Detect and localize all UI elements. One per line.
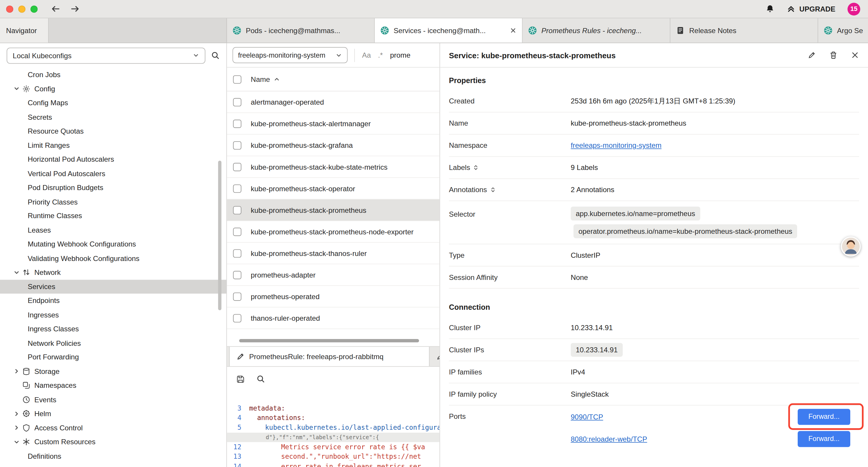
sidebar-item-secrets[interactable]: Secrets bbox=[0, 110, 226, 124]
notification-count-badge[interactable]: 15 bbox=[848, 2, 860, 15]
sidebar-item-ingresses[interactable]: Ingresses bbox=[0, 308, 226, 322]
unfold-icon[interactable] bbox=[473, 165, 479, 171]
forward-icon[interactable] bbox=[70, 4, 80, 14]
namespace-link[interactable]: freeleaps-monitoring-system bbox=[571, 141, 661, 150]
sidebar-item-custom-resources[interactable]: Custom Resources bbox=[0, 435, 226, 449]
sidebar-item-horizontal-pod-autoscalers[interactable]: Horizontal Pod Autoscalers bbox=[0, 152, 226, 167]
tab-close-icon[interactable] bbox=[510, 27, 517, 34]
sidebar-item-runtime-classes[interactable]: Runtime Classes bbox=[0, 209, 226, 223]
search-icon[interactable] bbox=[211, 51, 220, 60]
trash-icon[interactable] bbox=[829, 51, 838, 59]
sidebar-item-access-control[interactable]: Access Control bbox=[0, 421, 226, 435]
search-icon[interactable] bbox=[256, 375, 265, 383]
sidebar-item-services[interactable]: Services bbox=[0, 280, 226, 294]
tab-argo[interactable]: Argo Se bbox=[818, 18, 868, 42]
zoom-window-button[interactable] bbox=[30, 5, 37, 12]
table-row[interactable]: kube-prometheus-stack-prometheus-node-ex… bbox=[227, 221, 440, 243]
horizontal-scrollbar[interactable] bbox=[239, 339, 419, 342]
match-case-toggle[interactable]: Aa bbox=[362, 51, 371, 59]
select-all-checkbox[interactable] bbox=[233, 75, 241, 83]
kubeconfig-selector[interactable]: Local Kubeconfigs bbox=[6, 47, 205, 63]
notifications-bell-icon[interactable] bbox=[766, 4, 774, 13]
sidebar-item-limit-ranges[interactable]: Limit Ranges bbox=[0, 138, 226, 152]
table-row-selected[interactable]: kube-prometheus-stack-prometheus bbox=[227, 200, 440, 221]
sidebar-item-port-forwarding[interactable]: Port Forwarding bbox=[0, 350, 226, 364]
row-checkbox[interactable] bbox=[233, 98, 241, 106]
namespace-filter-select[interactable]: freeleaps-monitoring-system bbox=[232, 47, 348, 63]
editor-tab-prometheusrule[interactable]: PrometheusRule: freeleaps-prod-rabbitmq bbox=[229, 347, 430, 366]
table-row[interactable]: thanos-ruler-operated bbox=[227, 308, 440, 329]
table-row[interactable]: kube-prometheus-stack-thanos-ruler bbox=[227, 243, 440, 264]
edit-icon[interactable] bbox=[808, 51, 816, 59]
sidebar-item-cron-jobs[interactable]: Cron Jobs bbox=[0, 68, 226, 82]
row-checkbox[interactable] bbox=[233, 227, 241, 236]
sidebar-item-validating-webhook-configurations[interactable]: Validating Webhook Configurations bbox=[0, 251, 226, 265]
tab-pods[interactable]: Pods - icecheng@mathmas... bbox=[227, 18, 375, 42]
chevron-right-icon[interactable] bbox=[13, 410, 20, 417]
sidebar-item-network[interactable]: Network bbox=[0, 265, 226, 280]
row-checkbox[interactable] bbox=[233, 163, 241, 171]
sidebar-item-mutating-webhook-configurations[interactable]: Mutating Webhook Configurations bbox=[0, 237, 226, 251]
sidebar-scrollbar[interactable] bbox=[218, 161, 221, 310]
tab-release-notes[interactable]: Release Notes bbox=[670, 18, 818, 42]
sidebar-item-helm[interactable]: Helm bbox=[0, 407, 226, 421]
sidebar-item-ingress-classes[interactable]: Ingress Classes bbox=[0, 322, 226, 336]
row-checkbox[interactable] bbox=[233, 314, 241, 322]
sidebar-item-endpoints[interactable]: Endpoints bbox=[0, 293, 226, 308]
row-checkbox[interactable] bbox=[233, 249, 241, 257]
sidebar-item-namespaces[interactable]: Namespaces bbox=[0, 378, 226, 392]
detail-row-type: Type ClusterIP bbox=[449, 244, 859, 267]
chevron-down-icon bbox=[193, 52, 199, 59]
chevron-right-icon[interactable] bbox=[13, 425, 20, 431]
port-link[interactable]: 9090/TCP bbox=[571, 412, 603, 420]
sidebar-item-vertical-pod-autoscalers[interactable]: Vertical Pod Autoscalers bbox=[0, 167, 226, 181]
sidebar-item-leases[interactable]: Leases bbox=[0, 223, 226, 237]
name-column-header[interactable]: Name bbox=[251, 75, 280, 83]
search-query-input[interactable]: prome bbox=[390, 51, 410, 59]
regex-toggle[interactable]: .* bbox=[378, 51, 383, 59]
sidebar-item-network-policies[interactable]: Network Policies bbox=[0, 336, 226, 350]
back-icon[interactable] bbox=[51, 4, 61, 14]
yaml-editor[interactable]: 3metadata: 4 annotations: 5 kubectl.kube… bbox=[227, 391, 440, 467]
tab-prometheus-rules[interactable]: Prometheus Rules - icecheng... bbox=[523, 18, 670, 42]
services-table: alertmanager-operated kube-prometheus-st… bbox=[227, 91, 440, 329]
table-row[interactable]: kube-prometheus-stack-grafana bbox=[227, 135, 440, 156]
sidebar-item-storage[interactable]: Storage bbox=[0, 364, 226, 378]
avatar[interactable] bbox=[841, 236, 861, 256]
port-link[interactable]: 8080:reloader-web/TCP bbox=[571, 435, 647, 443]
table-row[interactable]: kube-prometheus-stack-alertmanager bbox=[227, 113, 440, 135]
close-icon[interactable] bbox=[851, 51, 859, 59]
close-window-button[interactable] bbox=[6, 5, 13, 12]
editor-tab-partial[interactable] bbox=[430, 347, 440, 366]
table-row[interactable]: kube-prometheus-stack-operator bbox=[227, 178, 440, 200]
navigator-panel-tab[interactable]: Navigator bbox=[0, 18, 49, 42]
row-checkbox[interactable] bbox=[233, 271, 241, 279]
minimize-window-button[interactable] bbox=[18, 5, 25, 12]
table-row[interactable]: kube-prometheus-stack-kube-state-metrics bbox=[227, 156, 440, 178]
upgrade-button[interactable]: UPGRADE bbox=[786, 4, 835, 13]
sidebar-item-pod-disruption-budgets[interactable]: Pod Disruption Budgets bbox=[0, 181, 226, 195]
row-checkbox[interactable] bbox=[233, 292, 241, 300]
sidebar-item-resource-quotas[interactable]: Resource Quotas bbox=[0, 124, 226, 138]
forward-button[interactable]: Forward... bbox=[798, 431, 850, 447]
sidebar-item-definitions[interactable]: Definitions bbox=[0, 449, 226, 463]
sidebar-item-config-maps[interactable]: Config Maps bbox=[0, 96, 226, 110]
row-checkbox[interactable] bbox=[233, 119, 241, 128]
table-row[interactable]: alertmanager-operated bbox=[227, 91, 440, 113]
chevron-down-icon[interactable] bbox=[13, 439, 20, 445]
forward-button[interactable]: Forward... bbox=[798, 408, 850, 425]
chevron-down-icon[interactable] bbox=[13, 269, 20, 275]
row-checkbox[interactable] bbox=[233, 206, 241, 214]
sidebar-item-events[interactable]: Events bbox=[0, 392, 226, 407]
unfold-icon[interactable] bbox=[490, 187, 496, 193]
chevron-right-icon[interactable] bbox=[13, 368, 20, 375]
table-row[interactable]: prometheus-adapter bbox=[227, 264, 440, 286]
chevron-down-icon[interactable] bbox=[13, 85, 20, 92]
row-checkbox[interactable] bbox=[233, 184, 241, 193]
tab-services[interactable]: Services - icecheng@math... bbox=[375, 18, 522, 42]
sidebar-item-priority-classes[interactable]: Priority Classes bbox=[0, 195, 226, 209]
save-icon[interactable] bbox=[236, 374, 245, 384]
table-row[interactable]: prometheus-operated bbox=[227, 286, 440, 308]
sidebar-item-config[interactable]: Config bbox=[0, 82, 226, 96]
row-checkbox[interactable] bbox=[233, 141, 241, 149]
